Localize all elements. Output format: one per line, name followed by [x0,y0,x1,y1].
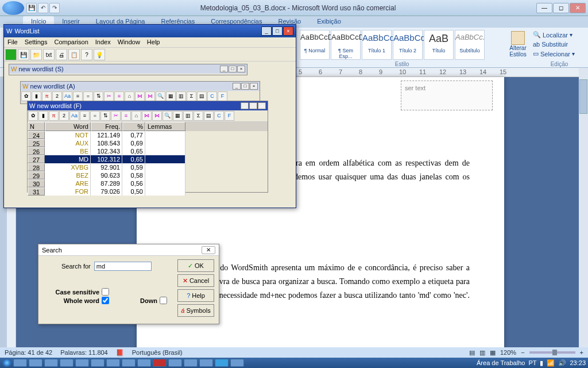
tray-label[interactable]: Área de Trabalho [477,359,525,366]
close-button[interactable]: ✕ [202,246,215,254]
tray-clock[interactable]: 23:23 [570,359,586,366]
tool-icon[interactable]: Σ [187,91,196,101]
subwindow-a-titlebar[interactable]: W new wordlist (A) _□× [21,82,260,91]
zoom-out-button[interactable]: − [521,349,524,356]
tool-icon[interactable]: Σ [194,111,203,121]
close-button[interactable]: × [258,102,266,109]
tool-icon[interactable]: ⋈ [135,91,145,101]
open-icon[interactable]: 📁 [30,49,42,60]
tool-icon[interactable]: 🔍 [163,111,172,121]
maximize-button[interactable]: □ [272,26,283,36]
taskbar-app-icon[interactable] [75,359,89,367]
taskbar-skype-icon[interactable] [215,359,229,367]
view-web-icon[interactable]: ▦ [490,349,496,356]
close-button[interactable]: ✕ [570,3,586,13]
whole-word-checkbox[interactable] [102,297,109,304]
tool-icon[interactable]: ▮ [38,111,48,121]
tool-icon[interactable]: π [42,91,52,101]
style-titulo1[interactable]: AaBbCcTítulo 1 [362,30,392,60]
search-dialog-titlebar[interactable]: Search ✕ [38,244,219,256]
proofing-icon[interactable]: 📕 [116,349,124,356]
taskbar-ie-icon[interactable] [13,359,27,367]
help-icon[interactable]: ? [81,49,92,60]
undo-icon[interactable]: ↶ [38,3,48,13]
print-icon[interactable]: 🖨 [56,49,67,60]
zoom-slider[interactable] [529,351,575,354]
menu-comparison[interactable]: Comparison [54,39,88,46]
word-count[interactable]: Palavras: 11.804 [60,349,108,356]
table-row[interactable]: 31FOR79.0260,50 [28,187,268,195]
taskbar-word-icon[interactable] [137,359,151,367]
alterar-estilos-button[interactable]: Alterar Estilos [505,31,531,57]
tool-icon[interactable]: ▤ [204,111,214,121]
office-orb[interactable] [2,1,24,15]
ok-button[interactable]: ✓OK [177,259,214,272]
wordlist-grid[interactable]: N Word Freq. % Lemmas 24NOT121.1490,7725… [28,122,268,195]
maximize-button[interactable]: ◻ [553,3,569,13]
tool-icon[interactable]: ⌂ [131,111,141,121]
style-sem-esp[interactable]: AaBbCcDc¶ Sem Esp... [331,30,361,60]
taskbar-app-icon[interactable] [230,359,244,367]
go-icon[interactable] [5,49,17,60]
menu-window[interactable]: Window [118,39,140,46]
tool-icon[interactable]: C [214,111,224,121]
table-row[interactable]: 29BEZ90.6230,58 [28,171,268,179]
tool-icon[interactable]: ≡ [114,91,124,101]
taskbar-explorer-icon[interactable] [29,359,42,367]
tool-icon[interactable]: ⋈ [152,111,162,121]
tool-icon[interactable]: = [90,111,100,121]
text-icon[interactable]: txt [43,49,55,60]
zoom-level[interactable]: 120% [500,349,516,356]
close-button[interactable]: × [283,26,293,36]
page-indicator[interactable]: Página: 41 de 42 [5,349,52,356]
search-input[interactable] [94,262,152,271]
tool-icon[interactable]: ▥ [176,91,186,101]
tool-icon[interactable]: 2 [52,91,62,101]
style-titulo[interactable]: AaBTítulo [424,30,454,60]
tool-icon[interactable]: ≡ [73,91,83,101]
tray-flag-icon[interactable]: ▮ [540,359,543,367]
tray-volume-icon[interactable]: 🔊 [558,359,566,367]
menu-settings[interactable]: Settings [25,39,48,46]
tool-icon[interactable]: ⇅ [94,91,103,101]
minimize-button[interactable]: _ [220,66,228,72]
save-icon[interactable]: 💾 [18,49,29,60]
language-indicator[interactable]: Português (Brasil) [132,349,183,356]
close-button[interactable]: × [237,66,245,72]
vertical-scrollbar[interactable] [579,68,588,347]
tool-icon[interactable]: 2 [59,111,69,121]
tool-icon[interactable]: ▮ [32,91,41,101]
minimize-button[interactable]: — [536,3,552,13]
table-row[interactable]: 26BE102.3430,65 [28,147,268,155]
taskbar-chrome-icon[interactable] [91,359,105,367]
taskbar-app-icon[interactable] [106,359,120,367]
minimize-button[interactable]: _ [261,26,272,36]
tool-icon[interactable]: F [218,91,227,101]
menu-help[interactable]: Help [147,39,160,46]
tool-icon[interactable]: ▦ [173,111,183,121]
zoom-in-button[interactable]: + [580,349,583,356]
tab-exibicao[interactable]: Exibição [309,16,349,28]
tool-icon[interactable]: ✂ [111,111,121,121]
wordlist-titlebar[interactable]: W WordList _ □ × [4,25,296,37]
tool-icon[interactable]: ≡ [80,111,90,121]
taskbar-app-icon[interactable] [60,359,74,367]
tray-lang[interactable]: PT [528,359,536,366]
tool-icon[interactable]: ✿ [21,91,31,101]
tool-icon[interactable]: 🔍 [156,91,165,101]
select-button[interactable]: ▭Selecionar ▾ [533,49,585,59]
maximize-button[interactable]: □ [241,83,249,90]
tool-icon[interactable]: ✂ [104,91,114,101]
case-sensitive-checkbox[interactable] [102,288,109,296]
header-area[interactable]: ser text [401,80,493,110]
taskbar-pdf-icon[interactable] [153,359,167,367]
minimize-button[interactable]: _ [241,102,249,109]
tool-icon[interactable]: ⋈ [142,111,152,121]
tool-icon[interactable]: ✿ [28,111,38,121]
save-icon[interactable]: 💾 [26,3,37,13]
bulb-icon[interactable]: 💡 [94,49,105,60]
scrollbar-thumb[interactable] [579,79,587,114]
replace-button[interactable]: abSubstituir [533,40,585,49]
view-print-layout-icon[interactable]: ▤ [469,349,475,356]
maximize-button[interactable]: □ [229,66,237,72]
